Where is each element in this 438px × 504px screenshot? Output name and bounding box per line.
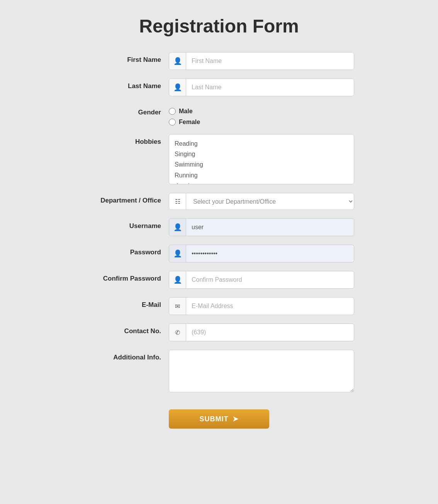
person-icon-2: 👤 — [169, 79, 186, 96]
username-input-wrapper: 👤 — [169, 218, 354, 236]
hobby-singing[interactable]: Singing — [175, 149, 348, 159]
first-name-input-wrapper: 👤 — [169, 52, 354, 70]
gender-female-text: Female — [179, 119, 200, 126]
registration-form: First Name 👤 Last Name 👤 Gender Male — [84, 52, 354, 429]
hobby-running[interactable]: Running — [175, 170, 348, 180]
hobby-swimming[interactable]: Swimming — [175, 159, 348, 170]
hobbies-label: Hobbies — [84, 134, 169, 146]
submit-button[interactable]: SUBMIT ➤ — [169, 409, 269, 429]
envelope-icon: ✉ — [169, 298, 186, 315]
first-name-input[interactable] — [186, 53, 354, 70]
password-label: Password — [84, 245, 169, 256]
department-select[interactable]: Select your Department/Office — [186, 193, 354, 209]
confirm-password-input[interactable] — [186, 271, 354, 288]
hobbies-listbox[interactable]: Reading Singing Swimming Running dancing — [169, 134, 354, 184]
hobby-dancing[interactable]: dancing — [175, 180, 348, 184]
page-title: Registration Form — [139, 15, 299, 37]
first-name-row: First Name 👤 — [84, 52, 354, 70]
last-name-label: Last Name — [84, 78, 169, 90]
additional-info-label: Additional Info. — [84, 350, 169, 361]
confirm-password-input-wrapper: 👤 — [169, 271, 354, 289]
hobby-reading[interactable]: Reading — [175, 138, 348, 149]
additional-info-textarea[interactable] — [169, 350, 354, 392]
contact-input-wrapper: ✆ — [169, 324, 354, 341]
person-icon-5: 👤 — [169, 271, 186, 288]
hobbies-row: Hobbies Reading Singing Swimming Running… — [84, 134, 354, 184]
email-row: E-Mail ✉ — [84, 297, 354, 315]
person-icon: 👤 — [169, 53, 186, 70]
email-input-wrapper: ✉ — [169, 297, 354, 315]
list-icon: ☷ — [169, 193, 186, 209]
password-row: Password 👤 — [84, 245, 354, 262]
confirm-password-row: Confirm Password 👤 — [84, 271, 354, 289]
contact-input[interactable] — [186, 324, 354, 341]
gender-male-radio[interactable] — [169, 108, 176, 115]
gender-female-label[interactable]: Female — [169, 119, 200, 126]
username-input[interactable] — [186, 219, 354, 236]
username-label: Username — [84, 218, 169, 230]
email-label: E-Mail — [84, 297, 169, 309]
username-row: Username 👤 — [84, 218, 354, 236]
person-icon-3: 👤 — [169, 219, 186, 236]
additional-info-row: Additional Info. — [84, 350, 354, 394]
password-input[interactable] — [186, 245, 354, 262]
submit-row: SUBMIT ➤ — [84, 409, 354, 429]
gender-row: Gender Male Female — [84, 105, 354, 126]
phone-icon: ✆ — [169, 324, 186, 341]
password-input-wrapper: 👤 — [169, 245, 354, 262]
gender-group: Male Female — [169, 105, 200, 126]
contact-row: Contact No. ✆ — [84, 324, 354, 341]
submit-label: SUBMIT — [200, 415, 229, 423]
last-name-input-wrapper: 👤 — [169, 78, 354, 96]
contact-label: Contact No. — [84, 324, 169, 335]
send-icon: ➤ — [233, 415, 239, 423]
department-label: Department / Office — [84, 193, 169, 204]
last-name-row: Last Name 👤 — [84, 78, 354, 96]
department-select-wrapper: ☷ Select your Department/Office — [169, 193, 354, 210]
last-name-input[interactable] — [186, 79, 354, 96]
additional-info-wrapper — [169, 350, 354, 394]
gender-male-text: Male — [179, 108, 193, 115]
gender-label: Gender — [84, 105, 169, 116]
gender-female-radio[interactable] — [169, 119, 176, 126]
person-icon-4: 👤 — [169, 245, 186, 262]
first-name-label: First Name — [84, 52, 169, 64]
confirm-password-label: Confirm Password — [84, 271, 169, 283]
department-row: Department / Office ☷ Select your Depart… — [84, 193, 354, 210]
email-input[interactable] — [186, 298, 354, 315]
gender-male-label[interactable]: Male — [169, 108, 200, 115]
